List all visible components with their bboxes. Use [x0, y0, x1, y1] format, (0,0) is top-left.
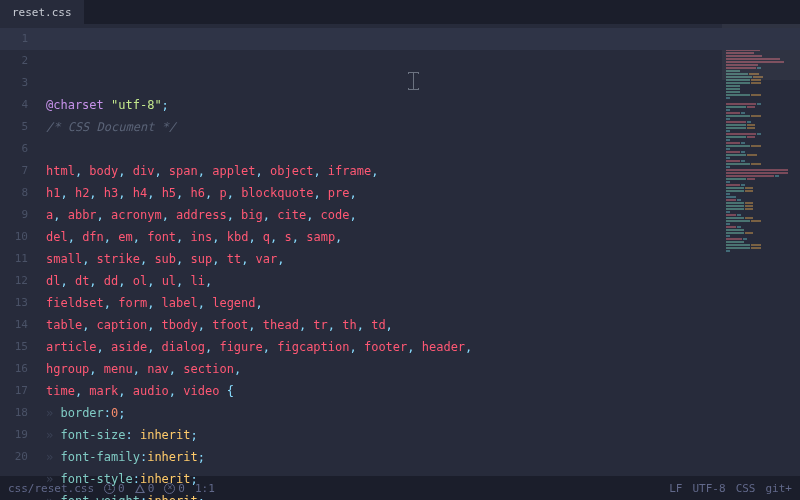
minimap-line	[726, 172, 796, 174]
minimap-line	[726, 223, 796, 225]
status-git[interactable]: git+	[766, 482, 793, 495]
line-number: 10	[0, 226, 38, 248]
tab-reset-css[interactable]: reset.css	[0, 0, 84, 24]
code-line[interactable]: » font-weight:inherit;	[46, 490, 722, 500]
minimap-line	[726, 232, 796, 234]
line-number: 16	[0, 358, 38, 380]
code-line[interactable]: @charset "utf-8";	[46, 94, 722, 116]
minimap-line	[726, 241, 796, 243]
line-number: 20	[0, 446, 38, 468]
code-line[interactable]: html, body, div, span, applet, object, i…	[46, 160, 722, 182]
code-line[interactable]: article, aside, dialog, figure, figcapti…	[46, 336, 722, 358]
line-number: 18	[0, 402, 38, 424]
minimap-line	[726, 154, 796, 156]
minimap-line	[726, 94, 796, 96]
line-number: 7	[0, 160, 38, 182]
minimap-line	[726, 175, 796, 177]
code-line[interactable]: fieldset, form, label, legend,	[46, 292, 722, 314]
line-number: 3	[0, 72, 38, 94]
editor[interactable]: 1234567891011121314151617181920 @charset…	[0, 24, 800, 476]
line-number: 1	[0, 28, 38, 50]
text-cursor-icon	[408, 72, 419, 90]
minimap-line	[726, 88, 796, 90]
minimap-line	[726, 244, 796, 246]
minimap-line	[726, 157, 796, 159]
line-number-gutter: 1234567891011121314151617181920	[0, 24, 38, 476]
minimap-line	[726, 124, 796, 126]
minimap-line	[726, 127, 796, 129]
line-number: 4	[0, 94, 38, 116]
code-line[interactable]: time, mark, audio, video {	[46, 380, 722, 402]
tab-bar: reset.css	[0, 0, 800, 24]
code-line[interactable]: » font-size: inherit;	[46, 424, 722, 446]
minimap-line	[726, 220, 796, 222]
minimap-line	[726, 142, 796, 144]
code-line[interactable]: table, caption, tbody, tfoot, thead, tr,…	[46, 314, 722, 336]
minimap-line	[726, 136, 796, 138]
code-line[interactable]: /* CSS Document */	[46, 116, 722, 138]
line-number: 13	[0, 292, 38, 314]
code-line[interactable]	[46, 138, 722, 160]
line-number: 19	[0, 424, 38, 446]
code-line[interactable]: » border:0;	[46, 402, 722, 424]
minimap-line	[726, 187, 796, 189]
minimap-line	[726, 202, 796, 204]
minimap-line	[726, 235, 796, 237]
status-language[interactable]: CSS	[736, 482, 756, 495]
line-number: 6	[0, 138, 38, 160]
minimap-line	[726, 205, 796, 207]
line-number: 8	[0, 182, 38, 204]
minimap-line	[726, 217, 796, 219]
minimap-line	[726, 148, 796, 150]
minimap-line	[726, 115, 796, 117]
minimap-line	[726, 103, 796, 105]
line-number: 2	[0, 50, 38, 72]
minimap-line	[726, 250, 796, 252]
minimap-line	[726, 247, 796, 249]
line-number: 11	[0, 248, 38, 270]
minimap-line	[726, 106, 796, 108]
line-number: 5	[0, 116, 38, 138]
minimap-line	[726, 85, 796, 87]
code-line[interactable]: a, abbr, acronym, address, big, cite, co…	[46, 204, 722, 226]
active-line-highlight	[0, 28, 800, 50]
minimap-line	[726, 139, 796, 141]
minimap-line	[726, 151, 796, 153]
minimap-line	[726, 118, 796, 120]
minimap-line	[726, 109, 796, 111]
minimap-line	[726, 178, 796, 180]
minimap-line	[726, 184, 796, 186]
minimap-line	[726, 214, 796, 216]
minimap-line	[726, 238, 796, 240]
minimap-line	[726, 208, 796, 210]
minimap-line	[726, 229, 796, 231]
code-line[interactable]: del, dfn, em, font, ins, kbd, q, s, samp…	[46, 226, 722, 248]
minimap-line	[726, 181, 796, 183]
minimap-line	[726, 160, 796, 162]
code-line[interactable]: hgroup, menu, nav, section,	[46, 358, 722, 380]
code-line[interactable]: » font-family:inherit;	[46, 446, 722, 468]
minimap[interactable]	[722, 24, 800, 476]
minimap-line	[726, 100, 796, 102]
line-number: 14	[0, 314, 38, 336]
minimap-line	[726, 193, 796, 195]
minimap-line	[726, 121, 796, 123]
line-number: 17	[0, 380, 38, 402]
minimap-line	[726, 82, 796, 84]
line-number: 15	[0, 336, 38, 358]
minimap-line	[726, 133, 796, 135]
minimap-line	[726, 163, 796, 165]
code-line[interactable]: dl, dt, dd, ol, ul, li,	[46, 270, 722, 292]
minimap-line	[726, 145, 796, 147]
code-line[interactable]: small, strike, sub, sup, tt, var,	[46, 248, 722, 270]
line-number: 12	[0, 270, 38, 292]
minimap-line	[726, 112, 796, 114]
minimap-line	[726, 226, 796, 228]
code-content[interactable]: @charset "utf-8";/* CSS Document */html,…	[38, 24, 722, 476]
code-line[interactable]: h1, h2, h3, h4, h5, h6, p, blockquote, p…	[46, 182, 722, 204]
minimap-line	[726, 169, 796, 171]
code-line[interactable]: » font-style:inherit;	[46, 468, 722, 490]
minimap-line	[726, 91, 796, 93]
minimap-line	[726, 190, 796, 192]
minimap-line	[726, 199, 796, 201]
